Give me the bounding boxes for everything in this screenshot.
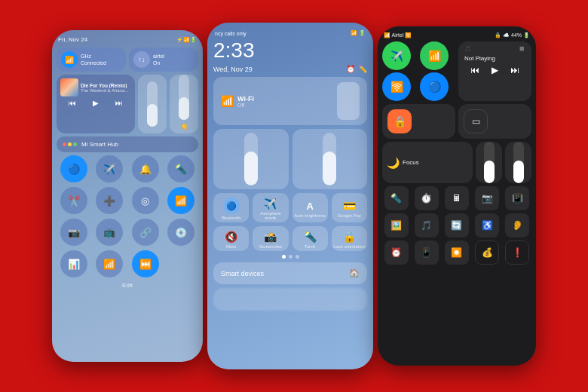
p2-brightness-slider[interactable] [323,133,336,185]
p1-wifi-tile[interactable]: 📶 GHz Connected [57,47,126,72]
p1-hub-dot-green [73,142,77,146]
p3-screen-mirror-tile[interactable]: ▭ [458,104,531,139]
p3-status-bar: 📶 Airtel 🛜 🔒 ☁️ 44% 🔋 [382,32,531,38]
p1-circle-button[interactable]: ◎ [132,187,159,214]
p2-lock-tile[interactable]: 🔒 Lock orientation [332,226,367,251]
p2-screenshot-label: Screenshot [259,244,282,249]
p1-airtel-label: airtel [153,53,164,60]
p1-bluetooth-button[interactable]: 🔵 [60,155,87,182]
p2-volume-container[interactable] [213,129,289,189]
p1-nfc-button[interactable]: 📶 [96,250,123,277]
p2-vol-fill [244,152,258,186]
p3-bright-slider [484,142,495,183]
p3-play-button[interactable]: ▶ [492,65,498,75]
p2-screenshot-tile[interactable]: 📸 Screenshot [253,226,288,251]
p3-moon-icon: 🌙 [387,157,400,169]
p2-brightness-container[interactable] [292,129,368,189]
p1-scissors-button[interactable]: ✂️ [60,187,87,214]
p1-airplane-button[interactable]: ✈️ [96,155,123,182]
p3-music-btn[interactable]: 🔄 [445,213,469,237]
phone1-miui: Fri, Nov 24 ⚡📶🔋 📶 GHz Connected ↑↓ airte… [52,30,203,362]
p2-blurred-area [213,288,367,311]
p3-not-playing: Not Playing [464,55,525,62]
p2-volume-slider[interactable] [244,133,258,185]
p1-airtel-tile[interactable]: ↑↓ airtel On [129,47,198,72]
p1-link-button[interactable]: 🔗 [132,219,159,246]
p3-next-button[interactable]: ⏭ [510,65,519,75]
p3-calculator-btn[interactable]: 🖩 [445,186,469,210]
p3-bright-fill [484,161,495,183]
p2-torch-icon: 🔦 [304,231,317,243]
p3-wallet-btn[interactable]: 💰 [475,240,499,265]
p1-skip-button[interactable]: ⏭️ [132,250,159,277]
p2-mute-tile[interactable]: 🔇 Mute [213,226,249,251]
p1-camera-button[interactable]: 📷 [60,219,87,246]
p1-notification-button[interactable]: 🔔 [132,155,159,182]
p1-medkit-button[interactable]: ➕ [96,187,123,214]
p3-remote-btn[interactable]: 📱 [415,240,439,265]
p1-prev-button[interactable]: ⏮ [69,99,76,107]
p2-wifi-row[interactable]: 📶 Wi-Fi Off [213,77,367,125]
p2-airplane-label: Aeroplane mode [254,211,286,220]
p3-timer-btn[interactable]: ⏱️ [415,186,439,210]
p2-brightness-tile[interactable]: A Auto brightness [292,193,328,222]
p3-flashlight-btn[interactable]: 🔦 [384,186,409,210]
p1-smart-hub-tile[interactable]: Mi Smart Hub [57,136,198,152]
p2-bright-fill [323,152,336,186]
p1-media-tile[interactable]: Die For You (Remix) The Weeknd & Ariana.… [57,75,135,133]
p2-bluetooth-label: Bluetooth [222,216,240,220]
p3-accessibility-btn[interactable]: ♿ [475,213,499,237]
p3-wifi-circle[interactable]: 🛜 [382,72,411,101]
p1-status-icons: ⚡📶🔋 [176,37,197,43]
p2-date-icons: ⏰ ✏️ [346,65,367,73]
p1-disc-button[interactable]: 💿 [167,219,194,246]
p2-brightness-label: Auto brightness [294,213,326,218]
p3-shazam-btn[interactable]: 🎵 [415,213,439,237]
p2-bluetooth-icon: 🔵 [223,198,240,214]
p2-torch-label: Torch [305,244,316,249]
p3-focus-tile[interactable]: 🌙 Focus [382,142,473,183]
p1-hub-dot-yellow [68,142,72,146]
p1-brightness-slider[interactable]: ☀️ [170,75,198,133]
p2-lock-label: Lock orientation [333,244,365,249]
p1-next-button[interactable]: ⏭ [115,99,123,107]
p2-googlepay-tile[interactable]: 💳 Google Pay [332,193,367,222]
p1-tv-button[interactable]: 📺 [96,219,123,246]
p3-photo-btn[interactable]: 🖼️ [384,213,409,237]
p2-wifi-thumb [337,82,360,120]
p3-circles-grid: ✈️ 📶 🛜 🔵 [382,41,455,101]
p2-bluetooth-tile[interactable]: 🔵 Bluetooth [213,193,249,222]
p3-bluetooth-circle[interactable]: 🔵 [420,72,449,101]
p1-stats-button[interactable]: 📊 [60,250,87,277]
p1-data-button[interactable]: 📶 [167,187,194,214]
p1-play-button[interactable]: ▶ [93,99,99,107]
p2-airplane-tile[interactable]: ✈️ Aeroplane mode [253,193,288,222]
p3-screen-mirror-icon: ▭ [464,109,488,133]
p3-alarm-btn[interactable]: ⏰ [384,240,409,265]
p1-flashlight-button[interactable]: 🔦 [167,155,194,182]
p2-wifi-icon: 📶 [221,95,234,107]
p2-torch-tile[interactable]: 🔦 Torch [292,226,328,251]
p3-focus-label: Focus [403,159,419,166]
p3-volume-tile[interactable] [505,142,531,183]
p3-hearing-btn[interactable]: 👂 [505,213,529,237]
p2-mute-label: Mute [226,244,236,249]
p3-airplane-circle[interactable]: ✈️ [382,41,411,70]
p2-alarm-icon: ⏰ [346,65,355,73]
p1-volume-slider[interactable] [138,75,167,133]
p2-airplane-icon: ✈️ [264,198,277,210]
p3-cellular-circle[interactable]: 📶 [420,41,449,70]
p3-brightness-tile[interactable] [476,142,502,183]
p3-lock-tile[interactable]: 🔒 [382,104,455,139]
p3-prev-button[interactable]: ⏮ [470,65,479,75]
p3-warning-btn[interactable]: ❗ [505,240,529,265]
p3-record-btn[interactable]: ⏺️ [445,240,469,265]
p1-wifi-label: GHz [81,53,106,60]
p3-scan-btn[interactable]: 📳 [505,186,529,210]
p3-np-controls: ⏮ ▶ ⏭ [464,65,525,75]
p3-camera-btn[interactable]: 📷 [475,186,499,210]
p2-smart-devices[interactable]: Smart devices 🏠 [213,262,367,284]
p1-edit-label[interactable]: Edit [57,280,198,290]
p3-top-grid: ✈️ 📶 🛜 🔵 🎵 ◻️ Not Playing ⏮ ▶ ⏭ [382,41,531,101]
p2-googlepay-label: Google Pay [338,213,361,218]
